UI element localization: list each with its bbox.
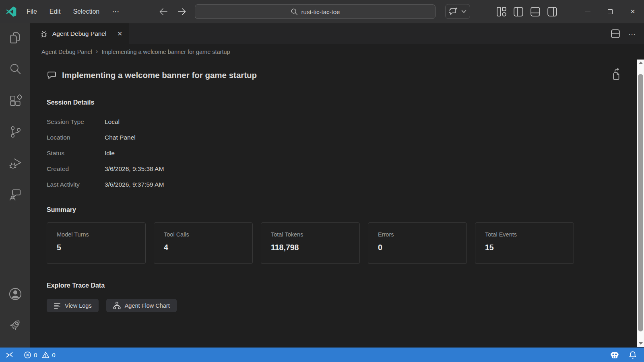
export-icon: [610, 68, 622, 80]
search-sidebar-icon[interactable]: [8, 62, 23, 77]
tab-agent-debug-panel[interactable]: Agent Debug Panel ✕: [30, 23, 129, 44]
explore-buttons: View Logs Agent Flow Chart: [47, 299, 637, 312]
session-details-heading: Session Details: [47, 99, 637, 106]
vertical-scrollbar[interactable]: [637, 60, 644, 347]
problems-indicator[interactable]: 0 0: [24, 351, 56, 359]
remote-indicator[interactable]: [6, 351, 13, 359]
export-session-button[interactable]: [609, 68, 623, 81]
copilot-chat-button[interactable]: [445, 4, 470, 19]
summary-cards: Model Turns 5 Tool Calls 4 Total Tokens …: [47, 222, 637, 264]
split-editor-icon[interactable]: [611, 29, 620, 39]
detail-value: Local: [105, 118, 120, 125]
editor-actions: ⋯: [611, 23, 644, 44]
remote-icon: [6, 351, 13, 359]
accounts-icon[interactable]: [8, 286, 23, 302]
card-label: Errors: [378, 231, 457, 238]
agent-flow-chart-button[interactable]: Agent Flow Chart: [106, 299, 177, 312]
more-actions-icon[interactable]: ⋯: [628, 29, 636, 39]
agent-flow-chart-label: Agent Flow Chart: [125, 302, 170, 309]
command-center-search[interactable]: rust-tic-tac-toe: [195, 4, 436, 19]
card-value: 118,798: [271, 243, 350, 252]
bell-icon[interactable]: [629, 351, 637, 359]
vscode-window: File Edit Selection ⋯ rust-tic-tac-toe: [0, 0, 644, 362]
back-arrow-icon[interactable]: [158, 6, 169, 17]
chat-icon[interactable]: [8, 187, 23, 202]
flow-chart-icon: [113, 302, 121, 309]
warnings-count: 0: [52, 352, 55, 358]
detail-value: 3/6/2026, 9:37:59 AM: [105, 181, 164, 188]
breadcrumb-leaf[interactable]: Implementing a welcome banner for game s…: [101, 49, 230, 55]
menu-selection[interactable]: Selection: [73, 8, 99, 15]
comment-icon: [47, 70, 57, 80]
toggle-sidebar-icon[interactable]: [513, 6, 524, 17]
detail-label: Session Type: [47, 118, 105, 125]
breadcrumb-root[interactable]: Agent Debug Panel: [41, 49, 92, 55]
statusbar-right: [609, 350, 637, 360]
detail-row-session-type: Session Type Local: [47, 116, 637, 128]
card-model-turns: Model Turns 5: [47, 222, 146, 264]
detail-label: Location: [47, 134, 105, 141]
forward-arrow-icon[interactable]: [177, 6, 187, 17]
history-navigation: [158, 0, 187, 23]
source-control-icon[interactable]: [8, 124, 23, 140]
explorer-icon[interactable]: [8, 30, 23, 45]
minimize-button[interactable]: [576, 0, 599, 23]
tab-label: Agent Debug Panel: [52, 30, 106, 37]
toggle-secondary-sidebar-icon[interactable]: [547, 6, 557, 17]
scroll-down-icon[interactable]: [639, 342, 643, 345]
window-controls: ✕: [576, 0, 644, 23]
page-title: Implementing a welcome banner for game s…: [62, 70, 257, 80]
close-icon: ✕: [630, 8, 636, 15]
card-errors: Errors 0: [368, 222, 467, 264]
layout-controls: [496, 0, 557, 23]
card-value: 0: [378, 243, 457, 252]
copilot-chat-icon: [449, 7, 458, 16]
close-window-button[interactable]: ✕: [621, 0, 644, 23]
minimize-icon: [585, 12, 590, 12]
detail-label: Status: [47, 150, 105, 157]
detail-label: Last Activity: [47, 181, 105, 188]
breadcrumb: Agent Debug Panel › Implementing a welco…: [30, 44, 637, 60]
detail-label: Created: [47, 165, 105, 173]
session-title-row: Implementing a welcome banner for game s…: [47, 69, 637, 81]
session-details-table: Session Type Local Location Chat Panel S…: [47, 116, 637, 191]
customize-layout-icon[interactable]: [496, 6, 507, 17]
titlebar: File Edit Selection ⋯ rust-tic-tac-toe: [0, 0, 644, 23]
detail-row-location: Location Chat Panel: [47, 132, 637, 144]
tab-bar: Agent Debug Panel ✕ ⋯: [30, 23, 644, 44]
menu-edit[interactable]: Edit: [50, 8, 61, 15]
extensions-icon[interactable]: [8, 93, 23, 108]
agent-debug-panel-content: Implementing a welcome banner for game s…: [30, 60, 637, 348]
rocket-icon[interactable]: [8, 317, 23, 333]
detail-row-status: Status Idle: [47, 147, 637, 159]
detail-value: Idle: [105, 150, 115, 157]
view-logs-button[interactable]: View Logs: [47, 299, 99, 312]
status-bar: 0 0: [0, 348, 644, 362]
toggle-panel-icon[interactable]: [530, 6, 541, 17]
menu-more-icon[interactable]: ⋯: [112, 7, 120, 16]
card-total-events: Total Events 15: [475, 222, 574, 264]
search-value: rust-tic-tac-toe: [301, 8, 340, 15]
view-logs-label: View Logs: [65, 302, 92, 309]
maximize-icon: [608, 9, 613, 14]
run-debug-icon[interactable]: [8, 156, 23, 171]
card-label: Tool Calls: [164, 231, 243, 238]
copilot-status-icon[interactable]: [609, 350, 620, 360]
card-value: 15: [485, 243, 564, 252]
errors-icon: [24, 351, 31, 359]
maximize-button[interactable]: [599, 0, 621, 23]
warnings-icon: [42, 351, 50, 359]
explore-trace-heading: Explore Trace Data: [47, 282, 637, 289]
scroll-up-icon[interactable]: [639, 62, 643, 64]
list-icon: [54, 302, 61, 309]
editor-area: Agent Debug Panel ✕ ⋯ Agent Debug Panel …: [30, 23, 644, 348]
card-value: 5: [57, 243, 136, 252]
tab-close-icon[interactable]: ✕: [117, 30, 122, 37]
detail-row-last-activity: Last Activity 3/6/2026, 9:37:59 AM: [47, 179, 637, 191]
card-label: Total Events: [485, 231, 564, 238]
card-total-tokens: Total Tokens 118,798: [261, 222, 360, 264]
menu-file[interactable]: File: [27, 8, 37, 15]
scrollbar-thumb[interactable]: [638, 74, 643, 331]
card-value: 4: [164, 243, 243, 252]
summary-heading: Summary: [47, 206, 637, 214]
